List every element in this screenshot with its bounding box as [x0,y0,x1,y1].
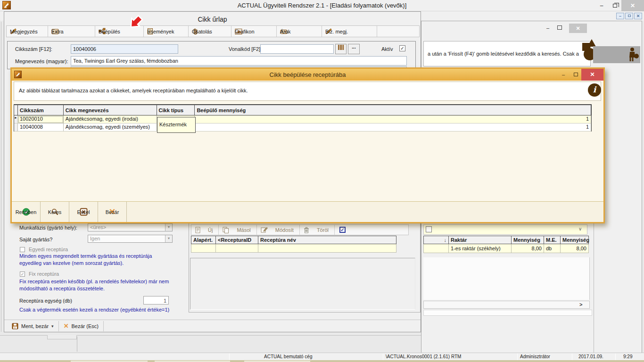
rendben-button[interactable]: Rendben [12,202,41,222]
csatolas-button[interactable]: Csatolás [189,26,231,37]
receptura-col-nev[interactable]: Receptúra név [258,236,396,244]
extra-button[interactable]: Extra [48,26,95,37]
megjegyzes-button[interactable]: Megjegyzés [7,26,48,37]
egyseg-help: Csak a végtermék esetén kezeli a rendsze… [19,307,169,313]
aktiv-checkbox[interactable]: ✓ [399,45,405,51]
megnevezes-input[interactable]: Tea, Twinings Earl Grey szálas, fémdoboz… [71,56,407,66]
modal-col-cikkszam[interactable]: Cikkszám [18,105,64,115]
fix-receptura-checkbox[interactable]: ✓ [20,272,25,277]
chevron-right-icon[interactable]: > [579,302,582,307]
biz-megj-button[interactable]: Biz. megj. [322,26,377,37]
sort-down-icon[interactable]: ↓ [424,236,449,244]
receptura-header-row: Alapért. <RecepturaID Receptúra név [191,236,396,244]
restore-icon[interactable] [608,0,621,11]
cikk-window-title: Cikk űrlap [4,16,421,23]
grafikon-button[interactable]: Grafikon [231,26,277,37]
stock-col-mennyiseg1[interactable]: Mennyiség [512,236,544,244]
esemenyek-button[interactable]: Események [144,26,189,37]
stock-col-mennyiseg2[interactable]: Mennyiség [561,236,589,244]
modal-row-2[interactable]: 10040008 Ajándékcsomag, egyedi (személye… [14,123,591,132]
fix-help-line1: Fix receptúra esetén később (pl. a rende… [19,279,169,284]
receptura-empty-row[interactable] [191,244,396,253]
banner [593,46,640,63]
screen: ACTUAL Ügyviteli Rendszer 2.1 - [Eladási… [0,0,644,362]
torol-button[interactable]: Töröl [300,225,335,235]
arak-button[interactable]: Árak [277,26,322,37]
receptura-egyseg-input[interactable]: 1 [143,296,169,304]
receptura-col-alapert[interactable]: Alapért. [191,236,216,244]
filter-row[interactable]: ∨ [423,224,587,235]
chevron-down-icon[interactable]: ∨ [578,226,582,231]
modal-header-row: Cikkszám Cikk megnevezés Cikk típus Beép… [14,105,591,115]
keres-button[interactable]: Keres [41,202,69,222]
modal-minimize-icon[interactable]: – [559,70,568,79]
person-icon [627,47,639,62]
vonalkod-input[interactable] [260,44,334,54]
stock-col-me[interactable]: M.E. [544,236,561,244]
modal-col-megnevezes[interactable]: Cikk megnevezés [64,105,157,115]
mdi-restore-icon[interactable] [625,13,633,19]
modal-maximize-icon[interactable] [571,70,580,79]
receptura-col-id[interactable]: <RecepturaID [216,236,258,244]
caret-down-icon[interactable]: ▾ [165,224,172,231]
sajat-gyartas-select[interactable]: Igen ▾ [88,235,173,243]
minimize-icon[interactable]: – [595,0,608,11]
panel-divider [594,222,594,353]
stock-col-raktar[interactable]: Raktár [449,236,512,244]
stock-row[interactable]: 1-es raktár (székhely) 8,00 db 8,00 [424,244,589,253]
egyedi-receptura-checkbox[interactable] [20,247,25,252]
receptura-toolbar: Új Másol Módosít Töröl ✓ [191,224,409,235]
receptura-table: Alapért. <RecepturaID Receptúra név [191,236,396,253]
sajat-gyartas-label: Saját gyártás? [19,237,52,242]
modal-cell-mennyiseg: 1 [195,123,591,132]
row-pointer-icon: ► [14,115,18,123]
ment-bezar-button[interactable]: x Ment, bezár ▾ [7,321,59,331]
stock-header-row: ↓ Raktár Mennyiség M.E. Mennyiség [424,236,589,244]
status-server: \ACTUAL.Kronos0001 (2.1.61) RTM [386,354,461,359]
bgw-maximize-icon[interactable] [557,25,562,30]
lookup-dots-button[interactable]: ... [348,44,360,54]
stock-cell-raktar: 1-es raktár (székhely) [449,244,512,253]
scroll-strip[interactable]: > [423,301,590,309]
bgw-minimize-icon[interactable]: – [544,25,552,31]
modal-cell-megnevezes: Ajándékcsomag, egyedi (személyes) [64,123,157,132]
uj-button[interactable]: Új [191,225,219,235]
modal-row-1[interactable]: ► 10020010 Ajándékcsomag, egyedi (irodai… [14,115,591,123]
modal-bezar-button[interactable]: ✕ Bezár [98,202,127,222]
status-date: 2017.01.09. [578,354,603,359]
cikkszam-input[interactable]: 10040006 [71,44,178,54]
cikk-footer: x Ment, bezár ▾ ✕ Bezár (Esc) [4,320,421,332]
modal-col-tipus[interactable]: Cikk típus [157,105,195,115]
mdi-minimize-icon[interactable]: – [616,13,624,19]
modosit-button[interactable]: Módosít [257,225,300,235]
megnevezes-label: Megnevezés (magyar): [15,58,68,64]
munkafazis-label: Munkafázis (gyártó hely): [19,225,77,230]
barcode-button[interactable] [335,44,347,54]
filter-checkbox[interactable] [426,226,432,232]
munkafazis-select[interactable]: <üres> ▾ [88,223,173,231]
aktiv-label: Aktív [381,46,393,52]
stock-cell-me: db [544,244,561,253]
mdi-close-icon[interactable]: ✕ [634,13,642,19]
lower-tab[interactable] [47,335,77,339]
selector-cell [14,123,18,132]
lower-vline [77,337,77,352]
fix-help-line2: módosítható a receptúra összetétele. [19,286,105,291]
caret-down-icon[interactable]: ▾ [165,235,172,242]
modal-info-bar: Az alábbi táblázat tartalmazza azokat a … [14,82,601,101]
modal-info-text: Az alábbi táblázat tartalmazza azokat a … [19,88,248,93]
receptura-filter-checkbox[interactable]: ✓ [339,227,346,233]
masol-button[interactable]: Másol [219,225,256,235]
statusbar: ACTUAL bemutató cég \ACTUAL.Kronos0001 (… [0,353,644,360]
status-user: Adminisztrátor [520,354,550,359]
modal-close-icon[interactable]: ✕ [581,69,603,81]
bezar-esc-button[interactable]: ✕ Bezár (Esc) [59,321,104,331]
modal-cell-mennyiseg: 1 [195,115,591,123]
close-icon[interactable]: ✕ [621,0,644,11]
info-icon: i [588,83,601,97]
excel-button[interactable]: Excel [69,202,98,222]
receptura-empty-area [190,258,415,310]
receptura-egyseg-label: Receptúra egység (db) [19,298,72,304]
modal-col-mennyiseg[interactable]: Beépülő mennyiség [195,105,591,115]
bgw-close-icon[interactable]: ✕ [569,24,587,33]
